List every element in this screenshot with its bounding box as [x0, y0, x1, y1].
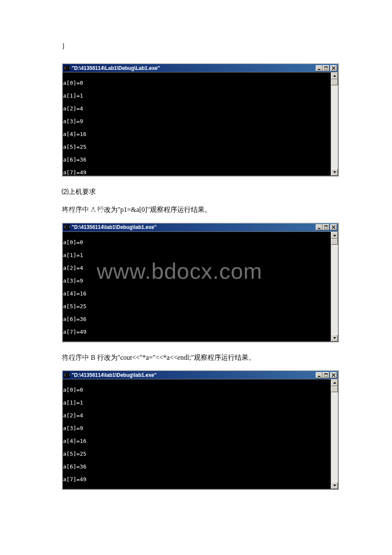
- output-line: a[3]=9: [63, 118, 330, 124]
- output-line: a[7]=49: [63, 169, 330, 176]
- output-line: a[8]=64: [63, 341, 330, 348]
- svg-rect-3: [318, 69, 320, 70]
- output-line: a[4]=16: [63, 290, 330, 297]
- cmd-icon: C:\: [63, 65, 70, 71]
- vertical-scrollbar[interactable]: [331, 379, 338, 489]
- output-line: a=0x0012FF54: [63, 208, 330, 214]
- window-title: "D:\41356114\Lab1\Debug\Lab1.exe": [72, 65, 316, 71]
- output-line: a[1]=1: [63, 252, 330, 258]
- output-line: a[3]=9: [63, 278, 330, 284]
- output-line: a[6]=36: [63, 463, 330, 470]
- output-line: a[0]=0: [63, 239, 330, 246]
- svg-text:C:\: C:\: [64, 225, 70, 229]
- titlebar[interactable]: C:\ "D:\41356114\lab1\Debug\lab1.exe": [63, 371, 338, 379]
- scroll-up-button[interactable]: [331, 379, 338, 386]
- svg-text:C:\: C:\: [64, 373, 70, 377]
- output-line: a[5]=25: [63, 451, 330, 457]
- scroll-track[interactable]: [331, 79, 338, 169]
- titlebar[interactable]: C:\ "D:\41356114\Lab1\Debug\Lab1.exe": [63, 64, 338, 72]
- svg-marker-26: [333, 382, 336, 384]
- scroll-up-button[interactable]: [331, 232, 338, 239]
- scroll-thumb[interactable]: [331, 239, 338, 245]
- titlebar[interactable]: C:\ "D:\41356114\lab1\Debug\lab1.exe": [63, 223, 338, 231]
- scroll-down-button[interactable]: [331, 335, 338, 341]
- output-line: *a=0: [63, 515, 330, 521]
- output-line: p2-p1=5: [63, 540, 330, 543]
- code-closing-brace: }: [62, 43, 328, 50]
- console-window-2: www.bdocx.com C:\ "D:\41356114\lab1\Debu…: [62, 223, 339, 342]
- window-controls: [316, 65, 337, 71]
- output-line: a[4]=16: [63, 438, 330, 444]
- vertical-scrollbar[interactable]: [331, 72, 338, 176]
- output-line: a[6]=36: [63, 156, 330, 163]
- console-output: a[0]=0 a[1]=1 a[2]=4 a[3]=9 a[4]=16 a[5]…: [63, 232, 331, 341]
- window-controls: [316, 372, 337, 378]
- scroll-thumb[interactable]: [331, 79, 338, 85]
- output-line: a[7]=49: [63, 329, 330, 335]
- svg-marker-9: [333, 171, 336, 173]
- output-line: a[1]=1: [63, 399, 330, 406]
- svg-text:C:\: C:\: [64, 66, 70, 70]
- close-button[interactable]: [330, 372, 337, 378]
- svg-marker-17: [333, 234, 336, 236]
- output-line: a[8]=64: [63, 182, 330, 188]
- output-line: a[2]=4: [63, 412, 330, 419]
- maximize-button[interactable]: [323, 372, 329, 378]
- minimize-button[interactable]: [316, 65, 323, 71]
- cmd-icon: C:\: [63, 224, 70, 230]
- output-line: a[8]=64: [63, 489, 330, 495]
- scroll-track[interactable]: [331, 386, 338, 482]
- svg-rect-23: [324, 373, 328, 374]
- svg-rect-14: [324, 225, 328, 226]
- scroll-track[interactable]: [331, 239, 338, 335]
- scroll-thumb[interactable]: [331, 386, 338, 392]
- output-line: a[0]=0: [63, 80, 330, 86]
- minimize-button[interactable]: [316, 372, 323, 378]
- output-line: p1=0x0012FF54,p2=0x0012FF68: [63, 527, 330, 534]
- console-window-3: C:\ "D:\41356114\lab1\Debug\lab1.exe" a[…: [62, 370, 339, 490]
- output-line: a[9]=81: [63, 354, 330, 361]
- maximize-button[interactable]: [323, 224, 329, 230]
- output-line: a[5]=25: [63, 303, 330, 309]
- output-line: a[4]=16: [63, 131, 330, 137]
- output-line: a[0]=0: [63, 387, 330, 393]
- window-controls: [316, 224, 337, 230]
- output-line: a[7]=49: [63, 476, 330, 483]
- svg-marker-18: [333, 337, 336, 339]
- vertical-scrollbar[interactable]: [331, 232, 338, 341]
- output-line: a[9]=81: [63, 195, 330, 201]
- cmd-icon: C:\: [63, 372, 70, 378]
- output-line: a[9]=81: [63, 502, 330, 508]
- window-title: "D:\41356114\lab1\Debug\lab1.exe": [72, 372, 316, 378]
- console-window-1: C:\ "D:\41356114\Lab1\Debug\Lab1.exe" a[…: [62, 63, 339, 176]
- output-line: a[3]=9: [63, 425, 330, 431]
- close-button[interactable]: [330, 224, 337, 230]
- close-button[interactable]: [330, 65, 337, 71]
- output-line: a[6]=36: [63, 316, 330, 322]
- svg-marker-27: [333, 485, 336, 486]
- output-line: a[1]=1: [63, 92, 330, 99]
- scroll-down-button[interactable]: [331, 482, 338, 489]
- output-line: a[2]=4: [63, 265, 330, 271]
- svg-rect-21: [318, 376, 320, 377]
- console-output: a[0]=0 a[1]=1 a[2]=4 a[3]=9 a[4]=16 a[5]…: [63, 379, 331, 489]
- console-output: a[0]=0 a[1]=1 a[2]=4 a[3]=9 a[4]=16 a[5]…: [63, 72, 331, 176]
- scroll-up-button[interactable]: [331, 72, 338, 79]
- svg-marker-8: [333, 75, 336, 77]
- window-title: "D:\41356114\lab1\Debug\lab1.exe": [72, 224, 316, 230]
- output-line: a[5]=25: [63, 144, 330, 150]
- output-line: a[2]=4: [63, 105, 330, 112]
- minimize-button[interactable]: [316, 224, 323, 230]
- svg-rect-5: [324, 66, 328, 67]
- maximize-button[interactable]: [323, 65, 329, 71]
- svg-rect-12: [318, 228, 320, 229]
- scroll-down-button[interactable]: [331, 169, 338, 176]
